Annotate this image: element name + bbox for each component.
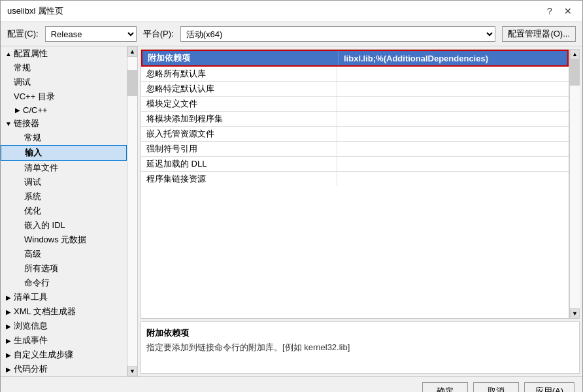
prop-value-1 <box>337 67 569 81</box>
table-row[interactable]: 将模块添加到程序集 <box>141 112 569 127</box>
description-text: 指定要添加到链接命令行的附加库。[例如 kernel32.lib] <box>146 342 574 353</box>
prop-value-3 <box>337 97 569 111</box>
prop-name-7: 延迟加载的 DLL <box>141 157 337 171</box>
prop-value-6 <box>337 142 569 156</box>
right-panel: 附加依赖项 libxl.lib;%(AdditionalDependencies… <box>138 46 582 376</box>
prop-name-5: 嵌入托管资源文件 <box>141 127 337 141</box>
custom-arrow: ▶ <box>5 351 12 359</box>
close-button[interactable]: ✕ <box>560 5 576 18</box>
table-row[interactable]: 强制符号引用 <box>141 142 569 157</box>
sidebar-item-linker-system[interactable]: 系统 <box>1 189 127 204</box>
sidebar-item-custom-build[interactable]: ▶ 自定义生成步骤 <box>1 348 127 362</box>
sidebar-item-linker-input[interactable]: 输入 <box>1 145 127 161</box>
root-label: 配置属性 <box>14 48 48 59</box>
prop-name-6: 强制符号引用 <box>141 142 337 156</box>
sidebar-item-linker-idl[interactable]: 嵌入的 IDL <box>1 218 127 233</box>
tree-container: ▲ 配置属性 常规 调试 VC++ 目录 ▶ C/C++ ▼ 链接器 <box>1 46 137 376</box>
prop-name-4: 将模块添加到程序集 <box>141 112 337 126</box>
left-scroll-down[interactable]: ▼ <box>127 366 137 376</box>
sidebar-item-build-events[interactable]: ▶ 生成事件 <box>1 333 127 348</box>
prop-value-5 <box>337 127 569 141</box>
browse-arrow: ▶ <box>5 323 12 330</box>
right-scroll-down[interactable]: ▼ <box>570 308 580 319</box>
right-vscrollbar[interactable]: ▲ ▼ <box>569 49 580 319</box>
tree-root[interactable]: ▲ 配置属性 <box>1 46 127 61</box>
main-content: ▲ 配置属性 常规 调试 VC++ 目录 ▶ C/C++ ▼ 链接器 <box>1 46 582 376</box>
props-scroll-container: 附加依赖项 libxl.lib;%(AdditionalDependencies… <box>141 49 580 319</box>
table-row[interactable]: 模块定义文件 <box>141 97 569 112</box>
left-scroll-up[interactable]: ▲ <box>127 46 137 57</box>
sidebar-item-code-analysis[interactable]: ▶ 代码分析 <box>1 362 127 376</box>
xml-arrow: ▶ <box>5 308 12 316</box>
prop-name-8: 程序集链接资源 <box>141 172 337 186</box>
window-title: uselibxl 属性页 <box>7 5 63 17</box>
table-row[interactable]: 程序集链接资源 <box>141 172 569 186</box>
sidebar-item-linker-general[interactable]: 常规 <box>1 131 127 145</box>
left-panel: ▲ 配置属性 常规 调试 VC++ 目录 ▶ C/C++ ▼ 链接器 <box>1 46 138 376</box>
cpp-arrow: ▶ <box>14 106 22 114</box>
sidebar-item-linker-opt[interactable]: 优化 <box>1 204 127 218</box>
config-label: 配置(C): <box>7 28 39 40</box>
sidebar-item-general[interactable]: 常规 <box>1 61 127 75</box>
prop-header-row[interactable]: 附加依赖项 libxl.lib;%(AdditionalDependencies… <box>141 50 569 67</box>
manage-config-button[interactable]: 配置管理器(O)... <box>502 26 576 42</box>
help-button[interactable]: ? <box>542 5 558 18</box>
right-scroll-up[interactable]: ▲ <box>570 49 580 59</box>
sidebar-item-linker-all[interactable]: 所有选项 <box>1 261 127 276</box>
linker-arrow: ▼ <box>5 120 12 127</box>
sidebar-item-linker-debug2[interactable]: 调试 <box>1 175 127 189</box>
sidebar-item-browse[interactable]: ▶ 浏览信息 <box>1 319 127 333</box>
table-row[interactable]: 忽略所有默认库 <box>141 67 569 82</box>
sidebar-item-cpp[interactable]: ▶ C/C++ <box>1 104 127 116</box>
manifest-arrow: ▶ <box>5 294 12 301</box>
bottom-bar: 确定 取消 应用(A) <box>1 376 582 392</box>
platform-label: 平台(P): <box>143 28 174 40</box>
sidebar-item-vcpp[interactable]: VC++ 目录 <box>1 90 127 104</box>
left-vscrollbar[interactable]: ▲ ▼ <box>127 46 137 376</box>
prop-header-name: 附加依赖项 <box>142 51 339 65</box>
toolbar: 配置(C): Release 平台(P): 活动(x64) 配置管理器(O)..… <box>1 22 582 46</box>
right-scroll-thumb[interactable] <box>570 59 580 86</box>
build-arrow: ▶ <box>5 337 12 344</box>
properties-table: 附加依赖项 libxl.lib;%(AdditionalDependencies… <box>141 49 569 319</box>
right-scroll-track[interactable] <box>570 59 580 308</box>
prop-header-value: libxl.lib;%(AdditionalDependencies) <box>339 51 567 65</box>
prop-value-4 <box>337 112 569 126</box>
description-title: 附加依赖项 <box>146 327 574 339</box>
titlebar-controls: ? ✕ <box>542 5 576 18</box>
sidebar-item-linker-cmdline[interactable]: 命令行 <box>1 276 127 290</box>
table-row[interactable]: 延迟加载的 DLL <box>141 157 569 172</box>
sidebar-item-xml-gen[interactable]: ▶ XML 文档生成器 <box>1 304 127 319</box>
ok-button[interactable]: 确定 <box>422 382 468 392</box>
left-scroll-thumb[interactable] <box>127 70 137 96</box>
prop-value-8 <box>337 172 569 186</box>
table-row[interactable]: 忽略特定默认认库 <box>141 82 569 97</box>
left-scroll-track[interactable] <box>127 57 137 366</box>
sidebar-item-debug[interactable]: 调试 <box>1 75 127 90</box>
main-window: uselibxl 属性页 ? ✕ 配置(C): Release 平台(P): 活… <box>0 0 583 392</box>
sidebar-item-linker-manifest[interactable]: 清单文件 <box>1 161 127 175</box>
sidebar-item-linker-winmeta[interactable]: Windows 元数据 <box>1 233 127 247</box>
apply-button[interactable]: 应用(A) <box>524 382 575 392</box>
platform-select[interactable]: 活动(x64) <box>180 26 496 42</box>
cancel-button[interactable]: 取消 <box>473 382 519 392</box>
code-arrow: ▶ <box>5 366 12 373</box>
sidebar-item-manifest-tool[interactable]: ▶ 清单工具 <box>1 290 127 304</box>
prop-name-3: 模块定义文件 <box>141 97 337 111</box>
tree-scroll: ▲ 配置属性 常规 调试 VC++ 目录 ▶ C/C++ ▼ 链接器 <box>1 46 127 376</box>
table-row[interactable]: 嵌入托管资源文件 <box>141 127 569 142</box>
prop-name-2: 忽略特定默认认库 <box>141 82 337 96</box>
sidebar-item-linker[interactable]: ▼ 链接器 <box>1 116 127 131</box>
prop-value-2 <box>337 82 569 96</box>
root-arrow: ▲ <box>5 50 12 57</box>
config-select[interactable]: Release <box>45 26 137 42</box>
prop-name-1: 忽略所有默认库 <box>141 67 337 81</box>
description-panel: 附加依赖项 指定要添加到链接命令行的附加库。[例如 kernel32.lib] <box>141 321 580 374</box>
prop-value-7 <box>337 157 569 171</box>
titlebar: uselibxl 属性页 ? ✕ <box>1 1 582 22</box>
sidebar-item-linker-advanced[interactable]: 高级 <box>1 247 127 261</box>
